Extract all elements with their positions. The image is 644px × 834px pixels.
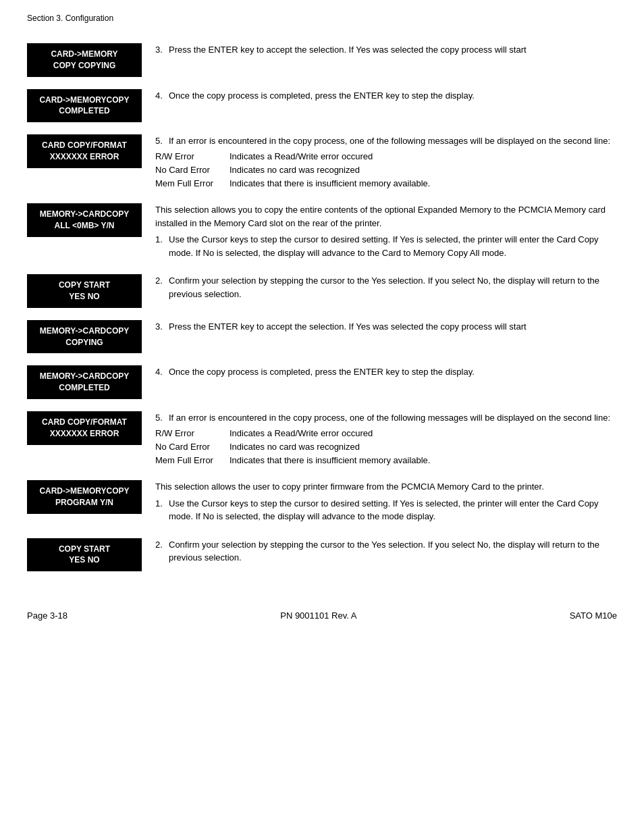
lcd-box-card-memorycopy-completed: CARD->MEMORYCOPYCOMPLETED — [27, 89, 142, 123]
lcd-box-memory-cardcopy-completed: MEMORY->CARDCOPYCOMPLETED — [27, 365, 142, 399]
lcd-box-card-copy-format-error-2: CARD COPY/FORMATXXXXXXX ERROR — [27, 411, 142, 445]
content-row-memory-cardcopy-copying: MEMORY->CARDCOPYCOPYING3.Press the ENTER… — [27, 320, 617, 354]
description-card-memorycopy-completed: 4.Once the copy process is completed, pr… — [142, 89, 617, 105]
content-row-copy-start-yes-no-1: COPY STARTYES NO2.Confirm your selection… — [27, 274, 617, 308]
lcd-box-card-memory-copy-copying: CARD->MEMORYCOPY COPYING — [27, 43, 142, 77]
content-row-memory-cardcopy-all: MEMORY->CARDCOPYALL <0MB> Y/NThis select… — [27, 203, 617, 262]
description-card-memorycopy-program: This selection allows the user to copy p… — [142, 480, 617, 526]
content-row-card-copy-format-error-2: CARD COPY/FORMATXXXXXXX ERROR5.If an err… — [27, 411, 617, 468]
lcd-box-memory-cardcopy-copying: MEMORY->CARDCOPYCOPYING — [27, 320, 142, 354]
lcd-box-card-copy-format-error-1: CARD COPY/FORMATXXXXXXX ERROR — [27, 134, 142, 168]
description-memory-cardcopy-completed: 4.Once the copy process is completed, pr… — [142, 365, 617, 382]
lcd-box-copy-start-yes-no-2: COPY STARTYES NO — [27, 538, 142, 572]
description-copy-start-yes-no-1: 2.Confirm your selection by stepping the… — [142, 274, 617, 303]
content-row-copy-start-yes-no-2: COPY STARTYES NO2.Confirm your selection… — [27, 538, 617, 572]
content-area: CARD->MEMORYCOPY COPYING3.Press the ENTE… — [27, 43, 617, 583]
footer-center: PN 9001101 Rev. A — [280, 610, 356, 621]
description-memory-cardcopy-all: This selection allows you to copy the en… — [142, 203, 617, 262]
content-row-card-memory-copy-copying: CARD->MEMORYCOPY COPYING3.Press the ENTE… — [27, 43, 617, 77]
description-card-copy-format-error-2: 5.If an error is encountered in the copy… — [142, 411, 617, 468]
footer-left: Page 3-18 — [27, 610, 68, 621]
footer-right: SATO M10e — [570, 610, 617, 621]
page-footer: Page 3-18 PN 9001101 Rev. A SATO M10e — [27, 610, 617, 621]
lcd-box-copy-start-yes-no-1: COPY STARTYES NO — [27, 274, 142, 308]
content-row-memory-cardcopy-completed: MEMORY->CARDCOPYCOMPLETED4.Once the copy… — [27, 365, 617, 399]
content-row-card-copy-format-error-1: CARD COPY/FORMATXXXXXXX ERROR5.If an err… — [27, 134, 617, 191]
description-copy-start-yes-no-2: 2.Confirm your selection by stepping the… — [142, 538, 617, 567]
content-row-card-memorycopy-completed: CARD->MEMORYCOPYCOMPLETED4.Once the copy… — [27, 89, 617, 123]
lcd-box-card-memorycopy-program: CARD->MEMORYCOPYPROGRAM Y/N — [27, 480, 142, 514]
description-card-copy-format-error-1: 5.If an error is encountered in the copy… — [142, 134, 617, 191]
header-label: Section 3. Configuration — [27, 14, 113, 23]
lcd-box-memory-cardcopy-all: MEMORY->CARDCOPYALL <0MB> Y/N — [27, 203, 142, 237]
page-header: Section 3. Configuration — [27, 14, 617, 23]
content-row-card-memorycopy-program: CARD->MEMORYCOPYPROGRAM Y/NThis selectio… — [27, 480, 617, 526]
description-memory-cardcopy-copying: 3.Press the ENTER key to accept the sele… — [142, 320, 617, 336]
description-card-memory-copy-copying: 3.Press the ENTER key to accept the sele… — [142, 43, 617, 59]
